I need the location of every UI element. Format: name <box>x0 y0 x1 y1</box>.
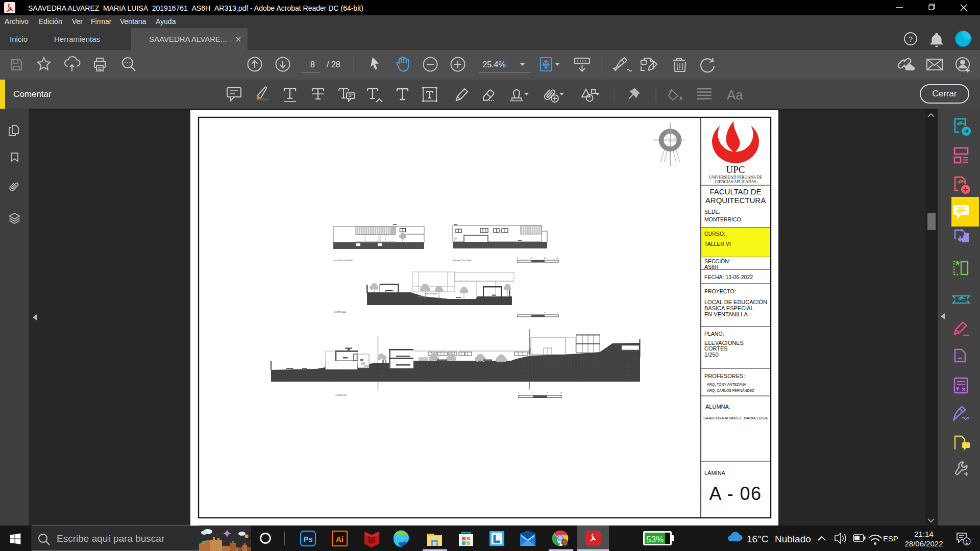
svg-text:UPC: UPC <box>726 164 745 175</box>
svg-text:?: ? <box>909 35 913 43</box>
svg-text:UNIVERSIDAD PERUANA DE: UNIVERSIDAD PERUANA DE <box>709 175 762 180</box>
svg-text:0: 0 <box>517 312 518 314</box>
svg-text:ARQ. CARLOS FERNÁNDEZ: ARQ. CARLOS FERNÁNDEZ <box>707 388 754 393</box>
svg-text:10: 10 <box>544 312 546 314</box>
svg-text:Primaria: Primaria <box>387 290 395 292</box>
svg-text:5: 5 <box>531 257 532 259</box>
svg-text:Nublado: Nublado <box>775 534 811 544</box>
svg-text:ELEVACIÓN FRTE: ELEVACIÓN FRTE <box>334 259 353 262</box>
svg-text:Patio principal: Patio principal <box>425 293 437 295</box>
svg-text:CORTES: CORTES <box>704 345 728 352</box>
svg-text:21:14: 21:14 <box>914 530 934 538</box>
svg-text:PLANO:: PLANO: <box>704 331 724 337</box>
svg-text:5: 5 <box>532 392 533 394</box>
svg-text:FECHA: 13-06-2022: FECHA: 13-06-2022 <box>704 274 753 280</box>
svg-text:10: 10 <box>546 392 548 394</box>
svg-text:ELEVACIÓN CERE: ELEVACIÓN CERE <box>453 259 472 262</box>
svg-text:Aa: Aa <box>727 87 743 103</box>
svg-text:SEDE:: SEDE: <box>704 209 721 215</box>
svg-text:TALLER VI: TALLER VI <box>704 241 731 247</box>
svg-text:PROYECTO:: PROYECTO: <box>704 288 736 294</box>
svg-text:1/250: 1/250 <box>704 352 719 358</box>
svg-text:MONTERRICO: MONTERRICO <box>704 216 741 222</box>
svg-text:0: 0 <box>518 392 519 394</box>
svg-text:FACULTAD DE: FACULTAD DE <box>709 187 761 196</box>
svg-text:Escribe aquí para buscar: Escribe aquí para buscar <box>57 533 165 544</box>
svg-text:BÁSICA ESPECIAL: BÁSICA ESPECIAL <box>704 305 754 311</box>
svg-text:5: 5 <box>531 312 532 314</box>
svg-text:SAAVEDRA ALVAREZ, MARIA LUISA: SAAVEDRA ALVAREZ, MARIA LUISA <box>703 416 768 420</box>
svg-text:ARQ. TONY ANTEZANA: ARQ. TONY ANTEZANA <box>707 383 746 387</box>
svg-text:0: 0 <box>517 257 518 259</box>
svg-text:AS6H: AS6H <box>704 264 718 270</box>
svg-text:8: 8 <box>310 60 315 69</box>
svg-text:PROFESORES:: PROFESORES: <box>704 373 745 379</box>
svg-text:CORTE B.B: CORTE B.B <box>335 394 347 396</box>
svg-text:Ai: Ai <box>336 535 344 543</box>
svg-text:53%: 53% <box>646 535 664 544</box>
svg-text:ESP: ESP <box>883 534 898 543</box>
svg-text:28/06/2022: 28/06/2022 <box>904 539 943 548</box>
svg-text:LOCAL DE EDUCACIÓN: LOCAL DE EDUCACIÓN <box>704 299 767 305</box>
svg-text:15: 15 <box>556 257 558 259</box>
svg-text:1: 1 <box>965 539 968 545</box>
svg-text:CURSO:: CURSO: <box>704 231 725 237</box>
svg-text:ALUMNA:: ALUMNA: <box>705 404 730 410</box>
svg-text:15: 15 <box>556 312 558 314</box>
svg-text:10: 10 <box>544 257 546 259</box>
svg-text:16°C: 16°C <box>747 534 768 544</box>
svg-text:EN VENTANILLA: EN VENTANILLA <box>704 311 748 317</box>
svg-text:25.4%: 25.4% <box>482 60 505 69</box>
svg-text:LÁMINA: LÁMINA <box>704 470 726 476</box>
svg-text:15: 15 <box>560 392 562 394</box>
svg-text:A - 06: A - 06 <box>709 483 762 504</box>
svg-text:CORTE A.A: CORTE A.A <box>334 311 346 313</box>
svg-text:CIENCIAS APLICADAS: CIENCIAS APLICADAS <box>715 180 756 184</box>
svg-text:ARQUITECTURA: ARQUITECTURA <box>705 196 766 205</box>
svg-text:Ps: Ps <box>303 535 312 543</box>
svg-text:/ 28: / 28 <box>327 60 340 69</box>
svg-text:patio: patio <box>437 297 442 299</box>
